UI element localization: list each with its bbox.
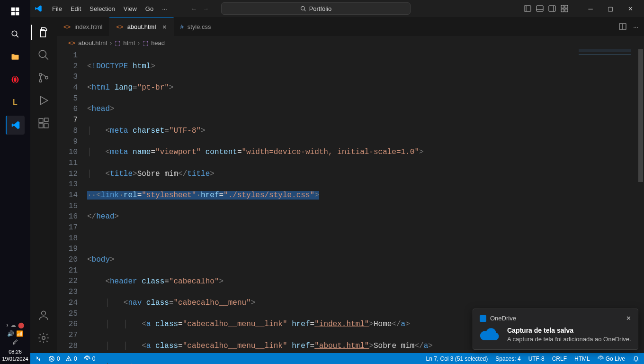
onedrive-notification: OneDrive ✕ Captura de tela salva A captu… <box>473 309 638 350</box>
symbol-icon: ⬚ <box>115 39 120 46</box>
cloud-icon <box>480 327 501 341</box>
svg-point-23 <box>39 80 42 82</box>
explorer-icon[interactable] <box>31 21 56 44</box>
taskbar-clock[interactable]: 08:26 19/01/2024 <box>2 348 28 362</box>
svg-point-4 <box>12 31 17 36</box>
search-activity-icon[interactable] <box>31 44 56 66</box>
customize-layout-icon[interactable] <box>561 5 568 12</box>
remote-indicator[interactable] <box>35 355 42 362</box>
menu-view[interactable]: View <box>120 3 141 14</box>
tab-style-css[interactable]: # style.css <box>174 17 218 36</box>
breadcrumb-item[interactable]: about.html <box>78 39 107 46</box>
system-tray[interactable]: › ☁ ⬤ 🔊 📶 🖉 <box>4 322 27 346</box>
svg-rect-19 <box>565 9 568 12</box>
clock-time: 08:26 <box>2 348 28 355</box>
svg-point-30 <box>42 311 46 315</box>
notification-title: Captura de tela salva <box>507 327 631 334</box>
svg-line-9 <box>304 9 305 11</box>
nav-forward-icon[interactable]: → <box>203 5 209 12</box>
close-icon[interactable]: × <box>162 23 166 31</box>
chevron-right-icon[interactable]: › <box>7 322 9 328</box>
command-center-search[interactable]: Portfólio <box>221 2 411 15</box>
activity-bar <box>30 17 57 353</box>
window-close-button[interactable]: ✕ <box>620 0 640 17</box>
file-explorer-icon[interactable] <box>6 47 25 66</box>
window-maximize-button[interactable]: ▢ <box>600 0 620 17</box>
svg-rect-17 <box>565 5 568 8</box>
html-file-icon: <> <box>63 23 71 30</box>
menu-selection[interactable]: Selection <box>86 3 118 14</box>
volume-icon[interactable]: 🔊 <box>7 330 14 337</box>
chevron-right-icon: › <box>110 39 112 46</box>
svg-point-22 <box>39 73 42 76</box>
menu-file[interactable]: File <box>48 3 66 14</box>
league-of-legends-icon[interactable]: L <box>6 93 25 112</box>
tab-label: about.html <box>127 23 156 30</box>
close-icon[interactable]: ✕ <box>626 315 631 322</box>
breadcrumb[interactable]: <> about.html › ⬚ html › ⬚ head <box>57 36 644 49</box>
chevron-right-icon: › <box>138 39 140 46</box>
settings-gear-icon[interactable] <box>31 327 56 349</box>
svg-rect-1 <box>16 8 19 11</box>
vscode-logo-icon <box>34 4 44 13</box>
minimap[interactable] <box>579 49 631 87</box>
shield-tray-icon[interactable]: ⬤ <box>18 322 24 328</box>
vscode-taskbar-icon[interactable] <box>6 116 25 135</box>
tab-about-html[interactable]: <> about.html × <box>109 17 173 36</box>
layout-right-icon[interactable] <box>548 5 556 12</box>
menu-more-icon[interactable]: ··· <box>158 3 171 14</box>
css-file-icon: # <box>180 23 184 30</box>
source-control-icon[interactable] <box>31 66 56 89</box>
symbol-icon: ⬚ <box>143 39 148 46</box>
problems-errors[interactable]: 0 0 <box>48 355 77 362</box>
layout-left-icon[interactable] <box>524 5 531 12</box>
window-minimize-button[interactable]: ─ <box>581 0 600 17</box>
run-debug-icon[interactable] <box>31 89 56 112</box>
html-file-icon: <> <box>68 39 75 46</box>
more-actions-icon[interactable]: ··· <box>633 23 638 30</box>
taskbar-search-icon[interactable] <box>6 25 25 44</box>
svg-point-8 <box>301 6 304 10</box>
svg-line-21 <box>45 56 48 60</box>
svg-point-31 <box>42 337 45 340</box>
breadcrumb-item[interactable]: html <box>123 39 135 46</box>
breadcrumb-item[interactable]: head <box>151 39 165 46</box>
onedrive-tray-icon[interactable]: ☁ <box>10 322 16 328</box>
clock-date: 19/01/2024 <box>2 355 28 362</box>
html-file-icon: <> <box>116 23 123 30</box>
svg-point-24 <box>45 76 48 79</box>
titlebar: File Edit Selection View Go ··· ← → Port… <box>30 0 644 17</box>
svg-marker-25 <box>41 96 48 104</box>
tab-label: index.html <box>74 23 102 30</box>
code-content[interactable]: <!DOCTYPE html> <html lang="pt-br"> <hea… <box>87 49 637 353</box>
tab-index-html[interactable]: <> index.html <box>57 17 109 36</box>
svg-rect-26 <box>39 118 43 123</box>
tab-label: style.css <box>188 23 211 30</box>
language-icon[interactable]: 🖉 <box>12 339 18 346</box>
accounts-icon[interactable] <box>31 304 56 327</box>
nav-back-icon[interactable]: ← <box>191 5 197 12</box>
svg-point-20 <box>39 50 46 57</box>
split-editor-icon[interactable] <box>619 23 626 30</box>
opera-icon[interactable] <box>6 70 25 89</box>
svg-line-5 <box>16 35 18 37</box>
menu-go[interactable]: Go <box>142 3 157 14</box>
network-icon[interactable]: 📶 <box>16 330 23 337</box>
svg-rect-27 <box>39 124 43 128</box>
menu-edit[interactable]: Edit <box>67 3 85 14</box>
notification-message: A captura de tela foi adicionada ao OneD… <box>507 335 631 344</box>
extensions-icon[interactable] <box>31 112 56 135</box>
svg-rect-28 <box>44 124 48 128</box>
svg-rect-29 <box>45 118 48 122</box>
windows-start-icon[interactable] <box>6 2 25 21</box>
code-editor[interactable]: 1234567891011121314151617181920212223242… <box>57 49 644 353</box>
svg-rect-10 <box>524 6 531 11</box>
svg-rect-2 <box>11 12 15 16</box>
windows-taskbar: L › ☁ ⬤ 🔊 📶 🖉 08:26 19/01/2024 <box>0 0 30 364</box>
notification-app-name: OneDrive <box>490 315 516 322</box>
svg-rect-3 <box>16 12 19 16</box>
svg-rect-18 <box>561 9 564 12</box>
svg-rect-16 <box>561 5 564 8</box>
vertical-scrollbar[interactable] <box>637 49 644 353</box>
layout-bottom-icon[interactable] <box>536 5 544 12</box>
